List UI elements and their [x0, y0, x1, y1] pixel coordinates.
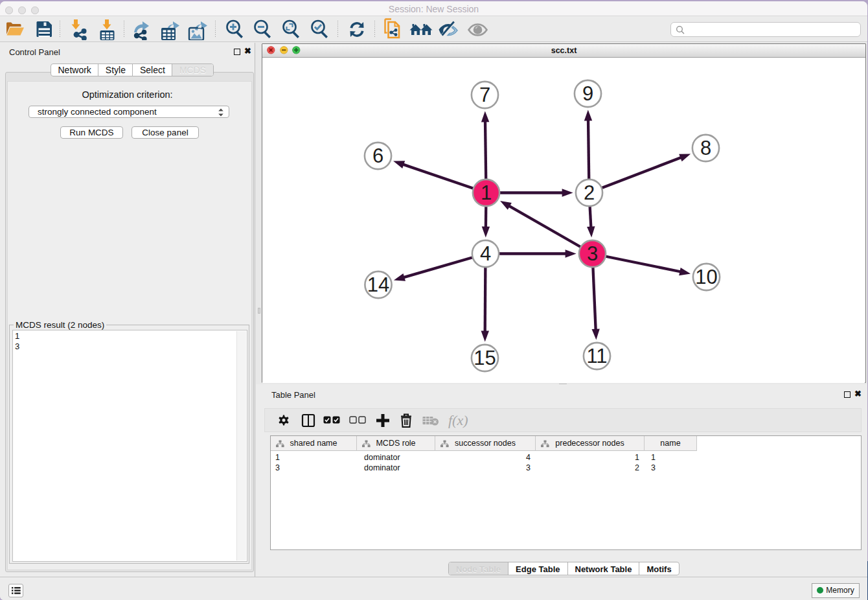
svg-text:9: 9 — [582, 82, 593, 104]
svg-text:15: 15 — [474, 346, 496, 369]
svg-text:1: 1 — [481, 181, 492, 203]
svg-text:4: 4 — [480, 242, 491, 264]
svg-text:14: 14 — [367, 273, 389, 295]
svg-text:8: 8 — [700, 136, 711, 159]
svg-text:3: 3 — [587, 242, 598, 264]
svg-text:7: 7 — [479, 83, 490, 106]
svg-text:2: 2 — [584, 181, 595, 203]
svg-text:6: 6 — [372, 144, 383, 167]
svg-text:10: 10 — [695, 265, 717, 288]
svg-text:11: 11 — [586, 344, 607, 367]
